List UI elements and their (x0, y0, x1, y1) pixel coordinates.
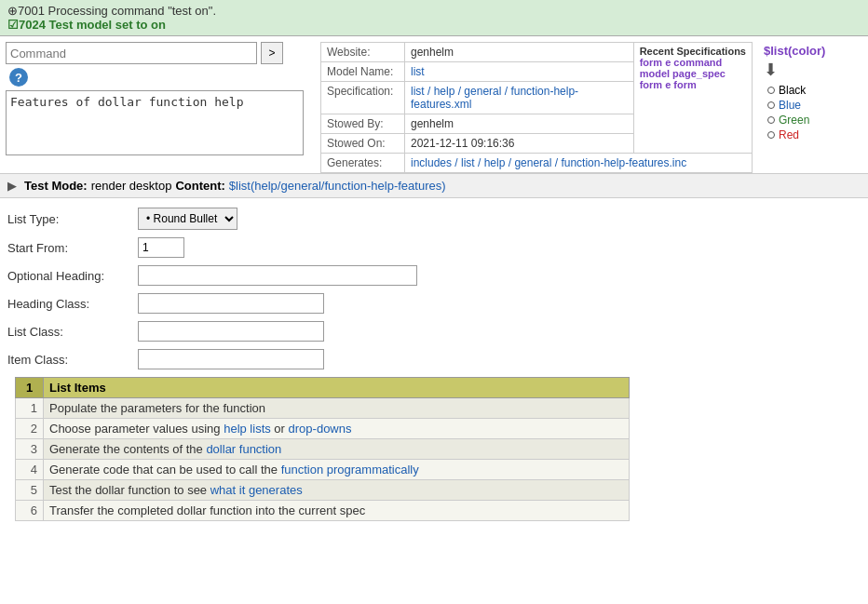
slist-title: $list(color) (764, 44, 859, 58)
command-row: > (6, 42, 313, 64)
command-submit-button[interactable]: > (261, 42, 283, 64)
item-text-6: Transfer the completed dollar function i… (44, 501, 630, 521)
test-mode-content-label: Content: (175, 179, 224, 193)
item-num-5: 5 (16, 480, 44, 501)
stowed-on-value: 2021-12-11 09:16:36 (405, 134, 634, 154)
item-text-1: Populate the parameters for the function (44, 398, 630, 419)
item-text-4: Generate code that can be used to call t… (44, 460, 630, 480)
list-table: 1 List Items 1 Populate the parameters f… (15, 377, 630, 521)
stowed-on-label: Stowed On: (321, 134, 405, 154)
item-class-input[interactable] (138, 349, 324, 369)
left-panel: > ? Features of dollar function help (6, 42, 313, 173)
generates-value: includes / list / help / general / funct… (405, 154, 753, 173)
test-mode-bar: ▶ Test Mode: render desktop Content: $li… (0, 173, 868, 198)
specification-value: list / help / general / function-help-fe… (405, 82, 634, 114)
heading-class-input[interactable] (138, 293, 324, 314)
heading-class-row: Heading Class: (7, 293, 861, 314)
item-num-4: 4 (16, 460, 44, 480)
start-from-label: Start From: (7, 241, 138, 255)
start-from-row: Start From: (7, 237, 861, 258)
test-mode-label: Test Mode: (24, 179, 88, 193)
features-textarea[interactable]: Features of dollar function help (6, 90, 304, 155)
top-banner: ⊕7001 Processing command "test on". ☑702… (0, 0, 868, 36)
item-text-2: Choose parameter values using help lists… (44, 419, 630, 439)
slist-panel: $list(color) ⬇ Black Blue Green Red (760, 42, 862, 173)
slist-label-red: Red (779, 128, 799, 141)
stowed-by-label: Stowed By: (321, 114, 405, 134)
website-row: Website: genhelm Recent Specifications f… (321, 43, 753, 62)
info-table: Website: genhelm Recent Specifications f… (320, 42, 753, 173)
item-num-2: 2 (16, 419, 44, 439)
stowed-by-value: genhelm (405, 114, 634, 134)
slist-options: Black Blue Green Red (764, 84, 859, 141)
list-table-header: 1 List Items (16, 378, 630, 398)
what-it-generates-link[interactable]: what it generates (210, 483, 303, 497)
specification-label: Specification: (321, 82, 405, 114)
list-class-row: List Class: (7, 321, 861, 342)
banner-line2: ☑7024 Test model set to on (7, 18, 861, 32)
slist-arrow: ⬇ (764, 60, 859, 80)
table-row: 3 Generate the contents of the dollar fu… (16, 439, 630, 460)
heading-class-label: Heading Class: (7, 297, 138, 311)
slist-dot-black (767, 87, 775, 94)
recent-link-2[interactable]: model page_spec (640, 68, 746, 79)
slist-option-blue[interactable]: Blue (767, 99, 859, 112)
test-mode-content-link[interactable]: $list(help/general/function-help-feature… (229, 179, 446, 193)
recent-specs-cell: Recent Specifications form e command mod… (633, 43, 752, 154)
optional-heading-row: Optional Heading: (7, 265, 861, 286)
model-name-link[interactable]: list (411, 65, 425, 78)
banner-line1: ⊕7001 Processing command "test on". (7, 4, 861, 18)
recent-link-3[interactable]: form e form (640, 79, 746, 90)
table-row: 5 Test the dollar function to see what i… (16, 480, 630, 501)
slist-dot-green (767, 116, 775, 124)
dollar-function-link-3[interactable]: dollar function (206, 442, 281, 456)
test-mode-triangle[interactable]: ▶ (7, 179, 17, 193)
list-class-label: List Class: (7, 325, 138, 339)
slist-option-red[interactable]: Red (767, 128, 859, 141)
list-type-label: List Type: (7, 212, 138, 226)
slist-label-black: Black (779, 84, 806, 97)
help-icon[interactable]: ? (9, 68, 28, 87)
slist-option-green[interactable]: Green (767, 114, 859, 127)
item-class-label: Item Class: (7, 353, 138, 367)
slist-option-black[interactable]: Black (767, 84, 859, 97)
specification-link[interactable]: list / help / general / function-help-fe… (411, 85, 578, 111)
item-text-3: Generate the contents of the dollar func… (44, 439, 630, 460)
command-input[interactable] (6, 42, 257, 64)
item-num-1: 1 (16, 398, 44, 419)
slist-label-blue: Blue (779, 99, 801, 112)
table-row: 1 Populate the parameters for the functi… (16, 398, 630, 419)
list-header-num: 1 (16, 378, 44, 398)
model-name-label: Model Name: (321, 62, 405, 82)
table-row: 4 Generate code that can be used to call… (16, 460, 630, 480)
website-label: Website: (321, 43, 405, 62)
recent-specs-label: Recent Specifications (640, 46, 746, 57)
optional-heading-input[interactable] (138, 265, 417, 286)
form-section: List Type: • Round Bullet Start From: Op… (0, 198, 868, 530)
generates-link[interactable]: includes / list / help / general / funct… (411, 156, 686, 169)
item-text-5: Test the dollar function to see what it … (44, 480, 630, 501)
item-num-6: 6 (16, 501, 44, 521)
drop-downs-link[interactable]: drop-downs (289, 422, 352, 436)
slist-dot-blue (767, 101, 775, 109)
generates-label: Generates: (321, 154, 405, 173)
website-value: genhelm (405, 43, 634, 62)
slist-label-green: Green (779, 114, 809, 127)
list-class-input[interactable] (138, 321, 324, 342)
help-lists-link[interactable]: help lists (224, 422, 271, 436)
test-mode-render-text: render desktop (91, 179, 172, 193)
model-name-value: list (405, 62, 634, 82)
item-num-3: 3 (16, 439, 44, 460)
function-programmatically-link[interactable]: function programmatically (281, 463, 419, 476)
generates-row: Generates: includes / list / help / gene… (321, 154, 753, 173)
table-row: 2 Choose parameter values using help lis… (16, 419, 630, 439)
info-section: Website: genhelm Recent Specifications f… (320, 42, 753, 173)
recent-link-1[interactable]: form e command (640, 57, 746, 68)
list-type-select[interactable]: • Round Bullet (138, 208, 237, 230)
optional-heading-label: Optional Heading: (7, 269, 138, 283)
table-row: 6 Transfer the completed dollar function… (16, 501, 630, 521)
item-class-row: Item Class: (7, 349, 861, 369)
list-header-text: List Items (44, 378, 630, 398)
start-from-input[interactable] (138, 237, 184, 258)
recent-links: form e command model page_spec form e fo… (640, 57, 746, 90)
